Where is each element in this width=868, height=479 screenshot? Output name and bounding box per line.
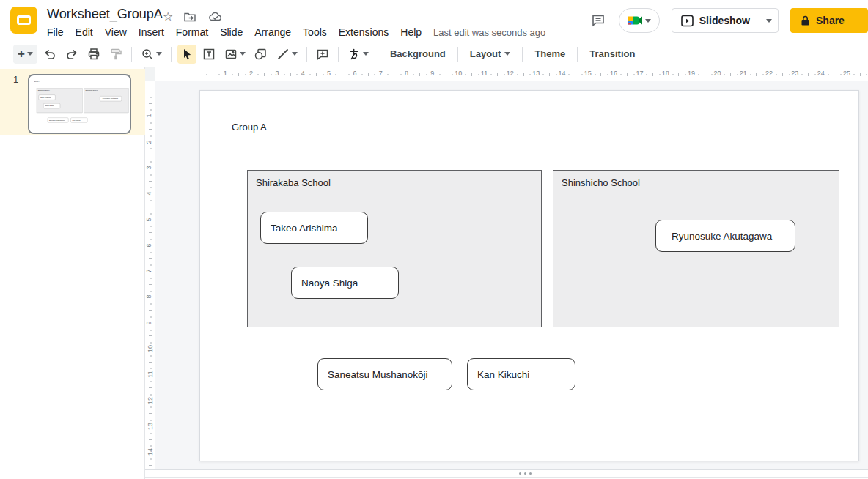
share-label: Share [816, 15, 845, 26]
select-tool-button[interactable] [177, 45, 196, 64]
insert-image-button[interactable] [221, 45, 249, 64]
menu-bar: File Edit View Insert Format Slide Arran… [41, 25, 545, 40]
star-icon[interactable]: ☆ [163, 11, 173, 23]
group-label: Shirakaba School [248, 171, 541, 195]
name-chip-naoya-shiga[interactable]: Naoya Shiga [291, 267, 399, 299]
cloud-saved-icon[interactable] [207, 8, 224, 26]
group-box-shirakaba[interactable]: Shirakaba School [247, 170, 542, 327]
text-box-tool-button[interactable] [199, 45, 218, 64]
print-button[interactable] [84, 45, 103, 64]
meet-call-button[interactable] [619, 8, 660, 33]
paint-format-button[interactable] [106, 45, 125, 64]
toolbar: + [0, 41, 868, 67]
menu-arrange[interactable]: Arrange [249, 25, 297, 40]
layout-button[interactable]: Layout [463, 45, 518, 64]
slide-canvas[interactable]: Group A Shirakaba School Shinshicho Scho… [199, 90, 859, 461]
menu-extensions[interactable]: Extensions [333, 25, 394, 40]
menu-format[interactable]: Format [170, 25, 214, 40]
redo-button[interactable] [62, 45, 81, 64]
slide-title-text[interactable]: Group A [232, 122, 267, 133]
undo-button[interactable] [40, 45, 59, 64]
notes-drag-handle-icon[interactable] [519, 472, 532, 475]
editor-canvas[interactable]: Group A Shirakaba School Shinshicho Scho… [155, 81, 868, 469]
menu-help[interactable]: Help [394, 25, 427, 40]
theme-button[interactable]: Theme [527, 45, 573, 64]
menu-insert[interactable]: Insert [133, 25, 170, 40]
menu-file[interactable]: File [41, 25, 70, 40]
slide-number: 1 [13, 74, 18, 85]
document-title[interactable]: Worksheet_GroupA [47, 7, 163, 22]
share-button[interactable]: Share [790, 8, 868, 33]
move-folder-icon[interactable] [181, 8, 199, 26]
name-chip-kan-kikuchi[interactable]: Kan Kikuchi [467, 358, 575, 390]
zoom-button[interactable] [138, 45, 165, 64]
top-bar: Worksheet_GroupA ☆ File Edit View Insert… [0, 0, 868, 41]
group-label: Shinshicho School [553, 171, 839, 195]
menu-edit[interactable]: Edit [70, 25, 99, 40]
slide-filmstrip: 1 Group A Shirakaba School Shinshicho Sc… [0, 67, 145, 479]
meet-caret-icon [645, 19, 651, 23]
ruler-corner [145, 67, 155, 81]
insert-line-button[interactable] [273, 45, 301, 64]
comment-history-icon[interactable] [589, 12, 607, 29]
name-chip-ryunosuke-akutagawa[interactable]: Ryunosuke Akutagawa [655, 220, 795, 252]
horizontal-ruler: 1234567891011121314151617181920212223242… [155, 67, 868, 81]
slide-thumbnail-content: Group A Shirakaba School Shinshicho Scho… [29, 76, 131, 134]
google-slides-app: Worksheet_GroupA ☆ File Edit View Insert… [0, 0, 868, 479]
meet-camera-icon [628, 15, 643, 26]
background-button[interactable]: Background [383, 45, 453, 64]
present-icon [681, 15, 694, 27]
slideshow-label: Slideshow [699, 15, 750, 26]
transition-button[interactable]: Transition [582, 45, 642, 64]
name-chip-saneatsu-mushanokoji[interactable]: Saneatsu Mushanokōji [317, 358, 452, 390]
vertical-ruler: 1234567891011121314 [145, 81, 155, 469]
slideshow-dropdown[interactable] [759, 9, 778, 32]
input-tools-icon[interactable] [345, 45, 372, 64]
speaker-notes-splitter[interactable] [145, 469, 868, 479]
slide-1-row[interactable]: 1 Group A Shirakaba School Shinshicho Sc… [0, 69, 145, 135]
insert-comment-button[interactable] [313, 45, 332, 64]
slide-1-thumbnail[interactable]: Group A Shirakaba School Shinshicho Scho… [28, 74, 131, 134]
name-chip-takeo-arishima[interactable]: Takeo Arishima [260, 212, 368, 244]
slideshow-button[interactable]: Slideshow [672, 8, 779, 33]
menu-slide[interactable]: Slide [214, 25, 249, 40]
slides-logo-icon[interactable] [10, 7, 37, 34]
lock-icon [801, 15, 810, 26]
menu-tools[interactable]: Tools [297, 25, 333, 40]
menu-view[interactable]: View [99, 25, 133, 40]
last-edit-status[interactable]: Last edit was seconds ago [433, 27, 545, 38]
new-slide-button[interactable]: + [13, 45, 37, 64]
insert-shape-button[interactable] [251, 45, 271, 64]
